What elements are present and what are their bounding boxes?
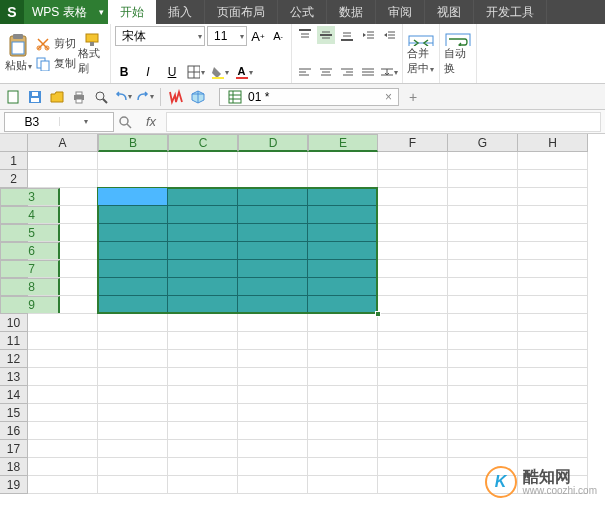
cell[interactable] [28,386,98,404]
cell[interactable] [168,368,238,386]
align-center-icon[interactable] [317,63,335,81]
add-document-button[interactable]: + [409,89,417,105]
select-all-corner[interactable] [0,134,28,152]
cell[interactable] [308,188,378,206]
font-size-select[interactable]: 11▾ [207,26,247,46]
column-header[interactable]: H [518,134,588,152]
cell[interactable] [98,188,168,206]
cell[interactable] [98,440,168,458]
cell[interactable] [308,332,378,350]
cell[interactable] [98,260,168,278]
cell[interactable] [28,332,98,350]
cell[interactable] [308,170,378,188]
cell[interactable] [448,404,518,422]
cell[interactable] [98,368,168,386]
cell[interactable] [448,350,518,368]
print-preview-icon[interactable] [92,88,110,106]
cell[interactable] [98,224,168,242]
align-middle-icon[interactable] [317,26,335,44]
cell[interactable] [238,242,308,260]
column-header[interactable]: A [28,134,98,152]
save-icon[interactable] [26,88,44,106]
cell[interactable] [308,368,378,386]
cell[interactable] [98,458,168,476]
cell[interactable] [98,152,168,170]
cell[interactable] [168,404,238,422]
cell[interactable] [308,476,378,494]
cell[interactable] [378,404,448,422]
cell[interactable] [308,314,378,332]
cell[interactable] [448,278,518,296]
align-right-icon[interactable] [338,63,356,81]
cell[interactable] [518,314,588,332]
cell[interactable] [168,152,238,170]
cell[interactable] [518,242,588,260]
fx-icon[interactable]: fx [140,114,162,129]
cell[interactable] [238,422,308,440]
align-bottom-icon[interactable] [338,26,356,44]
cell[interactable] [518,278,588,296]
cell[interactable] [378,278,448,296]
cell[interactable] [98,170,168,188]
cell[interactable] [308,242,378,260]
row-header[interactable]: 15 [0,404,28,422]
align-top-icon[interactable] [296,26,314,44]
cell[interactable] [448,206,518,224]
cell[interactable] [238,368,308,386]
merge-center-button[interactable]: 合并居中 [407,32,435,76]
cell[interactable] [378,350,448,368]
cell[interactable] [308,458,378,476]
paste-button[interactable]: 粘贴 [4,32,32,76]
cell[interactable] [308,422,378,440]
print-icon[interactable] [70,88,88,106]
cell[interactable] [98,404,168,422]
cell[interactable] [238,188,308,206]
name-box[interactable]: B3 ▾ [4,112,114,132]
fill-color-button[interactable] [211,63,229,81]
increase-font-icon[interactable]: A+ [249,27,267,45]
row-header[interactable]: 1 [0,152,28,170]
cell[interactable] [168,350,238,368]
cell[interactable] [28,296,98,314]
cell[interactable] [28,350,98,368]
cell[interactable] [168,296,238,314]
cell[interactable] [98,350,168,368]
cell[interactable] [28,152,98,170]
column-header[interactable]: B [98,134,168,152]
cell[interactable] [168,206,238,224]
row-header[interactable]: 14 [0,386,28,404]
cell[interactable] [28,188,98,206]
cell[interactable] [308,404,378,422]
cell[interactable] [378,206,448,224]
fill-handle[interactable] [375,311,381,317]
cell[interactable] [28,170,98,188]
cell[interactable] [308,440,378,458]
cell[interactable] [168,458,238,476]
cell[interactable] [28,440,98,458]
cell[interactable] [308,386,378,404]
justify-icon[interactable] [359,63,377,81]
cell[interactable] [28,404,98,422]
cell[interactable] [518,296,588,314]
cell[interactable] [168,224,238,242]
cell[interactable] [308,206,378,224]
cell[interactable] [518,350,588,368]
font-name-select[interactable]: 宋体▾ [115,26,205,46]
tab-3[interactable]: 公式 [278,0,327,24]
cell[interactable] [238,314,308,332]
cell[interactable] [448,386,518,404]
tab-4[interactable]: 数据 [327,0,376,24]
cell[interactable] [378,368,448,386]
cell[interactable] [98,278,168,296]
cell[interactable] [308,260,378,278]
cell[interactable] [168,278,238,296]
cell[interactable] [238,260,308,278]
cell[interactable] [448,170,518,188]
copy-button[interactable]: 复制 [34,55,76,73]
cell[interactable] [238,224,308,242]
tab-6[interactable]: 视图 [425,0,474,24]
cell[interactable] [28,242,98,260]
cell[interactable] [448,224,518,242]
cell[interactable] [238,296,308,314]
cell[interactable] [308,278,378,296]
